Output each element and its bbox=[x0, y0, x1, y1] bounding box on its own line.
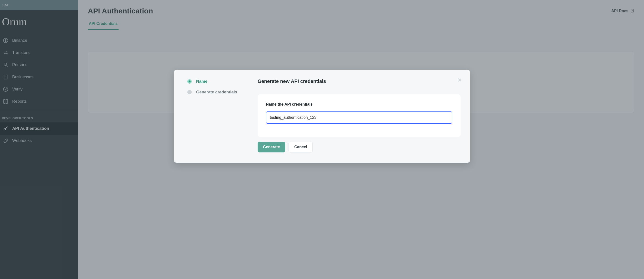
modal-title: Generate new API credentials bbox=[258, 78, 460, 84]
credentials-name-input[interactable] bbox=[266, 112, 452, 124]
close-icon bbox=[458, 78, 462, 82]
step-label: Name bbox=[196, 79, 207, 84]
modal-stepper: Name Generate credentials bbox=[187, 78, 244, 152]
step-label: Generate credentials bbox=[196, 90, 237, 95]
modal-actions: Generate Cancel bbox=[258, 142, 460, 152]
modal-overlay: Name Generate credentials Generate new A… bbox=[0, 0, 644, 279]
form-card: Name the API credentials bbox=[258, 94, 460, 137]
cancel-button[interactable]: Cancel bbox=[288, 142, 312, 152]
step-name[interactable]: Name bbox=[187, 79, 244, 84]
step-generate-credentials[interactable]: Generate credentials bbox=[187, 90, 244, 95]
step-dot-icon bbox=[187, 79, 192, 84]
generate-credentials-modal: Name Generate credentials Generate new A… bbox=[174, 70, 470, 163]
step-dot-icon bbox=[187, 90, 192, 94]
generate-button[interactable]: Generate bbox=[258, 142, 285, 152]
field-label-name: Name the API credentials bbox=[266, 102, 452, 106]
modal-close-button[interactable] bbox=[456, 76, 463, 84]
modal-main: Generate new API credentials Name the AP… bbox=[258, 78, 460, 152]
